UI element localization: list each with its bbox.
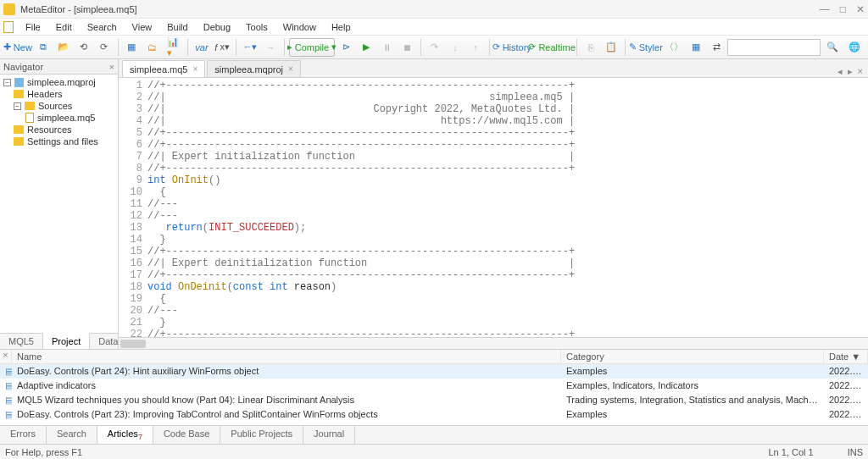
tab-next-icon[interactable]: ▸: [848, 66, 853, 77]
col-name[interactable]: Name: [12, 350, 561, 363]
toolbox-row[interactable]: ▤DoEasy. Controls (Part 23): Improving T…: [0, 407, 868, 422]
tool-tab-errors[interactable]: Errors: [0, 426, 47, 444]
project-label: simpleea.mqproj: [27, 77, 96, 87]
tree-headers[interactable]: Headers: [2, 88, 116, 100]
run-icon[interactable]: ⊳: [337, 38, 355, 57]
back-icon[interactable]: ←▾: [241, 38, 259, 57]
toolbox-row[interactable]: ▤Adaptive indicatorsExamples, Indicators…: [0, 379, 868, 393]
realtime-button[interactable]: ⟳ Realtime: [531, 38, 573, 57]
close-icon[interactable]: ✕: [856, 3, 865, 15]
tool-tab-codebase[interactable]: Code Base: [153, 426, 220, 444]
maximize-icon[interactable]: □: [840, 3, 846, 15]
compile-label: Compile: [295, 42, 329, 53]
menu-window[interactable]: Window: [276, 20, 323, 34]
tool-tab-journal[interactable]: Journal: [303, 426, 355, 444]
minimize-icon[interactable]: —: [820, 3, 830, 15]
new-button[interactable]: ✚ New: [3, 38, 32, 57]
history-button[interactable]: ⟳ History: [494, 38, 530, 57]
menu-build[interactable]: Build: [160, 20, 194, 34]
tool-tab-public[interactable]: Public Projects: [220, 426, 303, 444]
tree-project[interactable]: −simpleea.mqproj: [2, 76, 116, 88]
fx-icon[interactable]: fx▾: [213, 38, 231, 57]
pause-icon[interactable]: ⏸: [377, 38, 396, 57]
expand-icon[interactable]: −: [14, 102, 21, 110]
menu-search[interactable]: Search: [81, 20, 124, 34]
menu-tools[interactable]: Tools: [239, 20, 275, 34]
dropdown-icon[interactable]: 📊▾: [163, 38, 183, 57]
tab-close-all-icon[interactable]: ×: [858, 66, 863, 77]
menu-view[interactable]: View: [125, 20, 159, 34]
code-content[interactable]: //+-------------------------------------…: [147, 78, 868, 337]
folder-icon: [14, 125, 24, 134]
new-file-icon[interactable]: ⧉: [34, 38, 53, 57]
back-nav-icon[interactable]: ⟲: [75, 38, 93, 57]
globe-search-icon[interactable]: 🌐: [844, 38, 865, 57]
paste-icon[interactable]: 📋: [602, 38, 620, 57]
forward-icon[interactable]: →: [261, 38, 280, 57]
editor-tabs: simpleea.mq5× simpleea.mqproj× ◂▸×: [119, 59, 868, 78]
brackets-icon[interactable]: 〈〉: [664, 38, 685, 57]
editor-tab-1[interactable]: simpleea.mqproj×: [207, 60, 301, 77]
tree-settings[interactable]: Settings and files: [2, 135, 116, 147]
forward-nav-icon[interactable]: ⟳: [95, 38, 114, 57]
separator: [420, 39, 421, 56]
sources-label: Sources: [38, 101, 72, 111]
navigator-close-icon[interactable]: ×: [109, 62, 114, 72]
col-category[interactable]: Category: [561, 350, 824, 363]
toolbox-rows: ▤DoEasy. Controls (Part 24): Hint auxili…: [0, 364, 868, 425]
nav-tab-project[interactable]: Project: [43, 333, 90, 349]
menu-debug[interactable]: Debug: [197, 20, 237, 34]
row-category: Examples: [561, 365, 824, 378]
col-date[interactable]: Date ▼: [824, 350, 868, 363]
tab-prev-icon[interactable]: ◂: [837, 66, 843, 77]
menu-help[interactable]: Help: [325, 20, 358, 34]
toolbox-close-icon[interactable]: ×: [0, 350, 12, 363]
title-bar: MetaEditor - [simpleea.mq5] — □ ✕: [0, 0, 868, 19]
tree-resources[interactable]: Resources: [2, 124, 116, 135]
toolbar-search-input[interactable]: [727, 39, 821, 56]
compile-button[interactable]: ▸ Compile ▾: [289, 38, 336, 57]
row-category: Examples, Indicators, Indicators: [561, 379, 824, 392]
nav-tab-mql5[interactable]: MQL5: [0, 334, 43, 349]
navigator-panel: Navigator × −simpleea.mqproj Headers −So…: [0, 59, 119, 349]
play-icon[interactable]: ▶: [357, 38, 376, 57]
var-icon[interactable]: var: [192, 38, 211, 57]
col-date-label: Date: [829, 351, 849, 362]
tool-tab-articles[interactable]: Articles7: [97, 426, 153, 444]
copy-icon[interactable]: ⎘: [581, 38, 600, 57]
row-date: 2022.12.14: [824, 365, 868, 378]
open-folder-icon[interactable]: 📂: [54, 38, 73, 57]
source-file-label: simpleea.mq5: [37, 113, 95, 123]
tool-tab-search[interactable]: Search: [47, 426, 97, 444]
separator: [284, 39, 285, 56]
tab-close-icon[interactable]: ×: [192, 64, 198, 74]
resources-label: Resources: [27, 124, 72, 135]
styler-button[interactable]: ✎ Styler: [630, 38, 662, 57]
status-insert-mode: INS: [848, 447, 863, 457]
grid-icon[interactable]: ▦: [687, 38, 705, 57]
toolbox-panel: × Name Category Date ▼ ▤DoEasy. Controls…: [0, 349, 868, 444]
search-icon[interactable]: 🔍: [822, 38, 843, 57]
project-icon[interactable]: ▦: [122, 38, 141, 57]
tree-source-file[interactable]: simpleea.mq5: [2, 112, 116, 124]
expand-icon[interactable]: −: [3, 79, 11, 86]
step-over-icon[interactable]: ↷: [426, 38, 444, 57]
toolbox-row[interactable]: ▤DoEasy. Controls (Part 24): Hint auxili…: [0, 364, 868, 379]
horizontal-scrollbar[interactable]: [119, 337, 868, 349]
stop-icon[interactable]: ⏹: [398, 38, 416, 57]
editor-tab-0[interactable]: simpleea.mq5×: [122, 60, 205, 77]
toolbox-row[interactable]: ▤MQL5 Wizard techniques you should know …: [0, 393, 868, 407]
tree-sources[interactable]: −Sources: [2, 100, 116, 112]
row-name: DoEasy. Controls (Part 24): Hint auxilia…: [12, 365, 561, 378]
menu-file[interactable]: File: [19, 20, 47, 34]
step-out-icon[interactable]: ↑: [466, 38, 485, 57]
row-name: MQL5 Wizard techniques you should know (…: [12, 394, 561, 406]
swap-icon[interactable]: ⇄: [707, 38, 726, 57]
files-icon[interactable]: 🗂: [142, 38, 161, 57]
step-into-icon[interactable]: ↓: [446, 38, 465, 57]
code-editor[interactable]: 1234567891011121314151617181920212223242…: [119, 78, 868, 337]
menu-bar: File Edit Search View Build Debug Tools …: [0, 19, 868, 36]
menu-edit[interactable]: Edit: [49, 20, 79, 34]
tab-close-icon[interactable]: ×: [288, 64, 293, 74]
row-category: Examples: [561, 408, 824, 421]
